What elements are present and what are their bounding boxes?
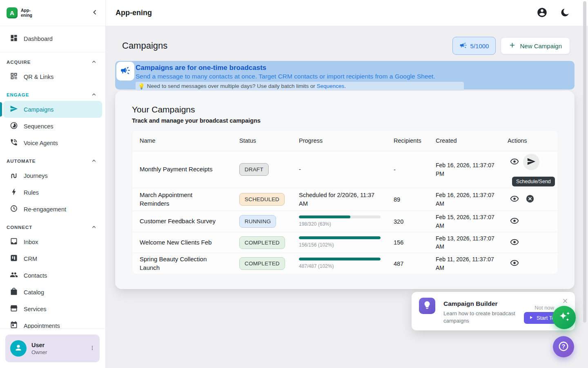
shopping-bag-icon [10, 287, 18, 297]
sidebar-section-engage[interactable]: ENGAGE [3, 91, 102, 99]
close-icon [562, 298, 568, 305]
sidebar-item-crm[interactable]: CRM [3, 250, 102, 267]
progress-cell: Scheduled for 2/20/26, 11:37 AM [299, 191, 394, 208]
cancel-circle-icon [526, 194, 535, 204]
chevron-up-icon [91, 157, 97, 165]
sidebar-item-label: Sequences [24, 123, 53, 130]
user-menu-button[interactable] [88, 344, 96, 353]
dashboard-icon [10, 34, 18, 43]
sidebar-item-sequences[interactable]: Sequences [3, 118, 102, 135]
view-campaign-button[interactable] [508, 155, 521, 169]
chevron-up-icon [91, 224, 97, 231]
svg-text:?: ? [562, 343, 566, 350]
sidebar-footer: User Owner [0, 328, 105, 368]
progress-bar [299, 236, 381, 239]
cancel-campaign-button[interactable] [523, 193, 537, 206]
sequences-link[interactable]: Sequences [317, 83, 345, 89]
not-now-button[interactable]: Not now [535, 305, 554, 311]
people-icon [10, 271, 18, 280]
app-title: App-ening [116, 9, 152, 17]
sidebar-item-services[interactable]: Services [3, 301, 102, 317]
sidebar-item-voice-agents[interactable]: Voice Agents [3, 135, 102, 151]
storefront-icon [10, 304, 18, 314]
actions-cell [508, 193, 558, 206]
campaign-name: March Appointment Reminders [140, 191, 239, 208]
chevron-left-icon [91, 8, 99, 18]
campaign-name: Customer Feedback Survey [140, 217, 239, 225]
sidebar-item-rules[interactable]: Rules [3, 184, 102, 201]
dark-mode-toggle[interactable] [559, 7, 571, 20]
divider [0, 52, 105, 52]
progress-bar [299, 258, 381, 260]
sidebar-item-reengagement[interactable]: Re-engagement [3, 201, 102, 218]
schedule-send-button[interactable] [523, 154, 539, 170]
status-badge: COMPLETED [239, 236, 285, 249]
lightbulb-icon [423, 301, 432, 311]
column-header-actions: Actions [508, 137, 558, 144]
moon-icon [560, 7, 570, 19]
banner-body: Campaigns are for one-time broadcasts Se… [115, 61, 575, 90]
app-logo[interactable]: A App-ening [7, 7, 32, 18]
progress-cell: - [299, 165, 394, 173]
sidebar-section-connect[interactable]: CONNECT [3, 224, 102, 231]
sidebar-item-qr-links[interactable]: QR & Links [3, 68, 102, 85]
sidebar-item-dashboard[interactable]: Dashboard [3, 30, 102, 47]
progress-bar-fill [299, 258, 381, 260]
page-header-actions: 5/1000 New Campaign [452, 37, 570, 55]
sidebar-nav: Dashboard ACQUIRE QR & Links ENGAGE Camp… [0, 26, 105, 334]
play-icon [529, 315, 533, 321]
info-banner: Campaigns are for one-time broadcasts Se… [115, 61, 575, 90]
sidebar-section-automate[interactable]: AUTOMATE [3, 157, 102, 165]
sidebar-item-contacts[interactable]: Contacts [3, 267, 102, 284]
view-campaign-button[interactable] [508, 215, 521, 229]
new-campaign-button[interactable]: New Campaign [501, 37, 570, 54]
sidebar-item-label: Campaigns [24, 106, 53, 113]
created-cell: Feb 13, 2026, 11:37:07 AM [436, 234, 508, 251]
sidebar-item-label: Catalog [24, 289, 44, 296]
sidebar-item-journeys[interactable]: Journeys [3, 167, 102, 184]
view-campaign-button[interactable] [508, 193, 521, 206]
account-circle-icon [537, 7, 548, 19]
sidebar-item-label: Voice Agents [24, 140, 58, 146]
progress-cell: 156/156 (102%) [299, 236, 394, 249]
sidebar-item-campaigns[interactable]: Campaigns [3, 101, 102, 118]
user-meta: User Owner [31, 342, 83, 355]
sidebar-item-catalog[interactable]: Catalog [3, 284, 102, 301]
view-campaign-button[interactable] [508, 257, 521, 271]
table-row: Spring Beauty Collection Launch COMPLETE… [132, 253, 558, 274]
ai-assistant-fab[interactable] [552, 306, 576, 329]
chevron-up-icon [91, 91, 97, 99]
recipients-cell: 89 [394, 196, 436, 203]
page-title: Campaigns [122, 40, 167, 51]
megaphone-icon [459, 41, 467, 50]
sidebar-section-acquire[interactable]: ACQUIRE [3, 58, 102, 66]
recipients-cell: - [394, 166, 436, 173]
recipients-cell: 156 [394, 239, 436, 246]
sidebar-item-inbox[interactable]: Inbox [3, 233, 102, 250]
eye-icon [510, 258, 519, 269]
eye-icon [510, 216, 519, 227]
status-badge: DRAFT [239, 163, 269, 176]
account-button[interactable] [536, 6, 548, 20]
popup-close-button[interactable] [561, 297, 569, 306]
help-fab[interactable]: ? [553, 336, 574, 357]
person-icon [13, 342, 24, 355]
scrollbar-thumb[interactable] [583, 1, 586, 323]
table-row: Monthly Payment Receipts DRAFT - - Feb 1… [132, 151, 558, 188]
campaigns-card: Your Campaigns Track and manage your bro… [115, 91, 575, 289]
question-mark-icon: ? [557, 340, 570, 354]
actions-cell [508, 215, 558, 229]
sidebar-header: A App-ening [0, 0, 105, 26]
campaign-quota-badge[interactable]: 5/1000 [452, 37, 496, 55]
column-header-name: Name [140, 137, 239, 144]
popup-subtitle: Learn how to create broadcast campaigns [443, 310, 516, 325]
sidebar-item-label: CRM [24, 256, 37, 262]
eye-icon [510, 194, 519, 204]
page-header: Campaigns 5/1000 New Campaign [106, 26, 588, 61]
sidebar-collapse-button[interactable] [90, 7, 100, 18]
user-card[interactable]: User Owner [5, 334, 100, 362]
popup-icon-box [419, 298, 435, 314]
view-campaign-button[interactable] [508, 236, 521, 249]
created-cell: Feb 16, 2026, 11:37:07 PM [436, 161, 508, 178]
lightning-bolt-icon [10, 188, 18, 197]
